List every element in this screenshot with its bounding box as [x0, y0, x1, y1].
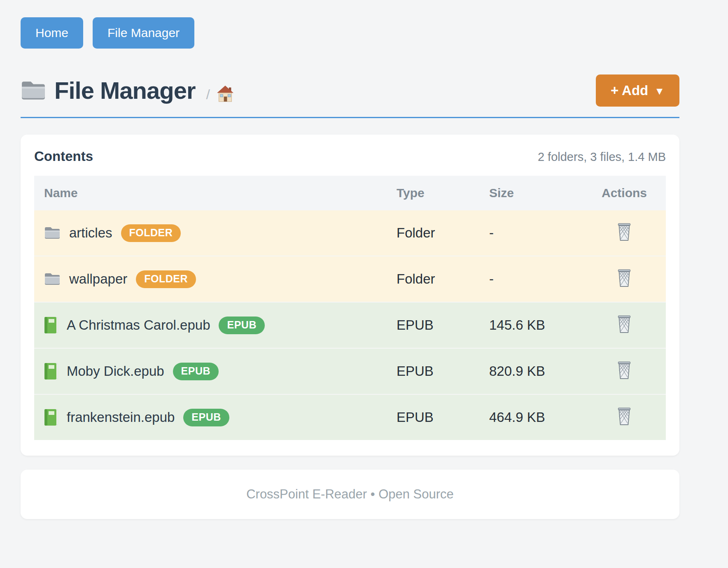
type-badge: FOLDER	[136, 270, 196, 288]
type-badge: EPUB	[183, 409, 229, 426]
type-badge: EPUB	[219, 317, 264, 334]
size-cell: -	[489, 271, 583, 287]
add-button-label: + Add	[611, 83, 648, 98]
type-cell: Folder	[397, 225, 489, 241]
folder-icon	[21, 80, 46, 101]
type-cell: EPUB	[397, 317, 489, 333]
table-row: Moby Dick.epub EPUB EPUB 820.9 KB	[34, 348, 666, 394]
file-name-link[interactable]: Moby Dick.epub	[67, 363, 164, 379]
type-cell: EPUB	[397, 363, 489, 379]
folder-icon	[44, 272, 61, 286]
folder-icon	[44, 226, 61, 240]
table-row: frankenstein.epub EPUB EPUB 464.9 KB	[34, 394, 666, 440]
header-divider	[21, 117, 679, 118]
column-header-actions: Actions	[583, 186, 666, 200]
file-name-link[interactable]: wallpaper	[69, 271, 127, 287]
table-header-row: Name Type Size Actions	[34, 176, 666, 210]
green-book-icon	[44, 409, 58, 426]
trash-icon	[616, 223, 633, 243]
contents-heading: Contents	[34, 149, 93, 164]
delete-button[interactable]	[616, 361, 633, 381]
contents-summary: 2 folders, 3 files, 1.4 MB	[538, 150, 666, 164]
file-name-link[interactable]: A Christmas Carol.epub	[67, 317, 210, 333]
type-badge: FOLDER	[121, 224, 181, 242]
column-header-name: Name	[34, 186, 397, 200]
table-row: articles FOLDER Folder -	[34, 210, 666, 256]
type-cell: Folder	[397, 271, 489, 287]
trash-icon	[616, 269, 633, 289]
trash-icon	[616, 407, 633, 427]
contents-card: Contents 2 folders, 3 files, 1.4 MB Name…	[21, 135, 679, 456]
nav-home-button[interactable]: Home	[21, 17, 83, 49]
file-name-link[interactable]: articles	[69, 225, 112, 241]
green-book-icon	[44, 317, 58, 334]
add-button[interactable]: + Add ▼	[596, 74, 679, 107]
size-cell: -	[489, 225, 583, 241]
delete-button[interactable]	[616, 315, 633, 335]
footer: CrossPoint E-Reader • Open Source	[21, 470, 679, 519]
trash-icon	[616, 315, 633, 335]
contents-card-header: Contents 2 folders, 3 files, 1.4 MB	[34, 149, 666, 164]
breadcrumb-home-button[interactable]	[217, 85, 234, 104]
column-header-size: Size	[489, 186, 583, 200]
delete-button[interactable]	[616, 407, 633, 427]
footer-text: CrossPoint E-Reader • Open Source	[246, 487, 454, 502]
file-table: Name Type Size Actions articles	[34, 176, 666, 440]
file-name-link[interactable]: frankenstein.epub	[67, 410, 175, 425]
type-badge: EPUB	[173, 363, 219, 380]
chevron-down-icon: ▼	[654, 84, 665, 97]
table-row: wallpaper FOLDER Folder -	[34, 256, 666, 302]
breadcrumb-separator: /	[206, 86, 210, 102]
top-nav: Home File Manager	[21, 0, 679, 49]
size-cell: 820.9 KB	[489, 363, 583, 379]
green-book-icon	[44, 363, 58, 380]
delete-button[interactable]	[616, 223, 633, 243]
page-title: File Manager	[54, 74, 196, 107]
home-icon	[217, 85, 234, 104]
nav-file-manager-button[interactable]: File Manager	[93, 17, 194, 49]
type-cell: EPUB	[397, 410, 489, 425]
delete-button[interactable]	[616, 269, 633, 289]
table-row: A Christmas Carol.epub EPUB EPUB 145.6 K…	[34, 302, 666, 348]
size-cell: 464.9 KB	[489, 410, 583, 425]
page-header: File Manager / + Add ▼	[21, 74, 679, 107]
page: Home File Manager File Manager /	[21, 0, 679, 519]
size-cell: 145.6 KB	[489, 317, 583, 333]
trash-icon	[616, 361, 633, 381]
column-header-type: Type	[397, 186, 489, 200]
